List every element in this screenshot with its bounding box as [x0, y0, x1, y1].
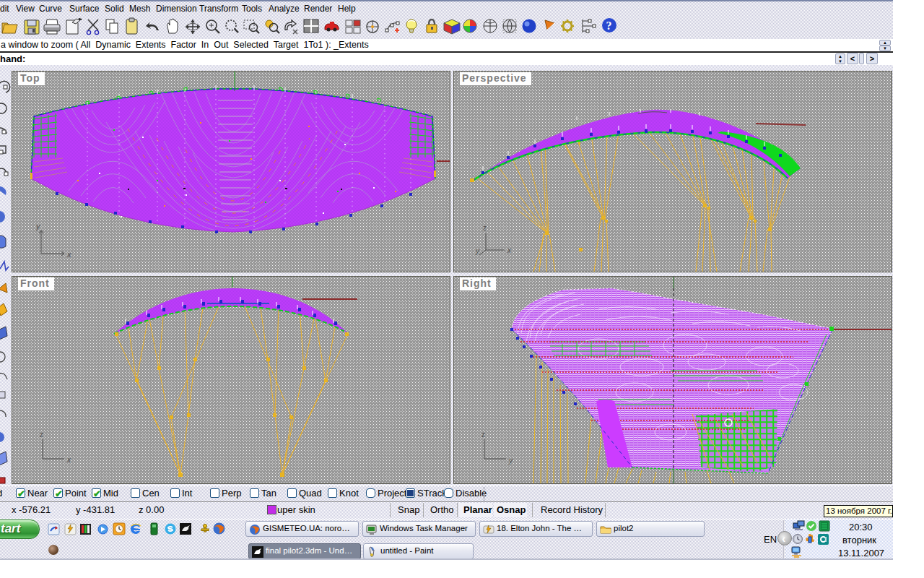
svg-text:z: z: [40, 431, 43, 439]
svg-text:z: z: [481, 431, 485, 439]
svg-text:x: x: [507, 246, 512, 254]
svg-text:y: y: [508, 457, 513, 465]
svg-text:?: ?: [606, 20, 612, 32]
svg-text:z: z: [483, 224, 487, 232]
svg-text:x: x: [66, 456, 71, 464]
svg-text:y: y: [475, 247, 480, 255]
svg-text:x: x: [66, 250, 71, 259]
